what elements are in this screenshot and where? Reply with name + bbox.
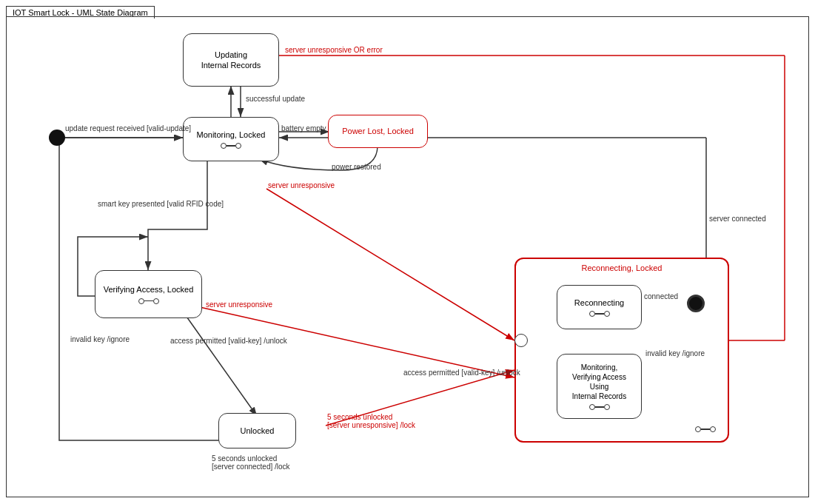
verifying-access-fork: [138, 298, 159, 304]
monitoring-locked-fork: [221, 143, 241, 149]
unlocked-label: Unlocked: [241, 426, 275, 436]
label-connected: connected: [644, 292, 678, 300]
label-5sec-connected: 5 seconds unlocked[server connected] /lo…: [212, 454, 290, 471]
state-power-lost-locked: Power Lost, Locked: [328, 115, 428, 148]
updating-internal-records-label: UpdatingInternal Records: [201, 50, 261, 71]
reconnecting-label: Reconnecting: [574, 298, 624, 308]
label-5sec-unresponsive: 5 seconds unlocked[server unresponsive] …: [327, 413, 415, 429]
state-unlocked: Unlocked: [218, 413, 296, 448]
reconnecting-locked-title: Reconnecting, Locked: [516, 259, 728, 274]
verifying-access-label: Verifying Access, Locked: [104, 284, 194, 295]
label-server-connected: server connected: [709, 215, 766, 223]
state-updating-internal-records: UpdatingInternal Records: [183, 33, 279, 87]
diagram-container: IOT Smart Lock - UML State Diagram: [0, 0, 815, 504]
final-state: [687, 295, 705, 312]
label-successful-update: successful update: [246, 95, 305, 103]
junction-circle: [514, 334, 528, 347]
initial-state: [49, 130, 65, 146]
state-verifying-access-locked: Verifying Access, Locked: [95, 270, 202, 318]
label-server-error: server unresponsive OR error: [285, 46, 383, 54]
composite-fork: [695, 426, 716, 432]
label-verifying-server-unresponsive: server unresponsive: [206, 300, 272, 309]
state-reconnecting: Reconnecting: [557, 285, 642, 329]
label-smart-key: smart key presented [valid RFID code]: [98, 200, 224, 208]
label-battery-empty: battery empty: [281, 124, 326, 132]
label-power-restored: power restored: [332, 163, 381, 171]
state-monitoring-verifying: Monitoring,Verifying AccessUsingInternal…: [557, 354, 642, 419]
reconnecting-fork: [589, 311, 610, 317]
monitoring-verifying-fork: [589, 404, 610, 410]
label-access-permitted-junction: access permitted [valid-key] /unlock: [403, 369, 520, 377]
state-monitoring-locked: Monitoring, Locked: [183, 117, 279, 161]
monitoring-verifying-label: Monitoring,Verifying AccessUsingInternal…: [572, 363, 626, 401]
power-lost-locked-label: Power Lost, Locked: [342, 126, 414, 136]
label-update-request: update request received [valid-update]: [65, 124, 191, 132]
label-access-permitted: access permitted [valid-key] /unlock: [170, 337, 287, 345]
label-invalid-key-mv: invalid key /ignore: [645, 349, 705, 357]
label-invalid-key: invalid key /ignore: [70, 335, 130, 343]
monitoring-locked-label: Monitoring, Locked: [197, 130, 266, 140]
label-monitoring-server-unresponsive: server unresponsive: [268, 181, 335, 189]
